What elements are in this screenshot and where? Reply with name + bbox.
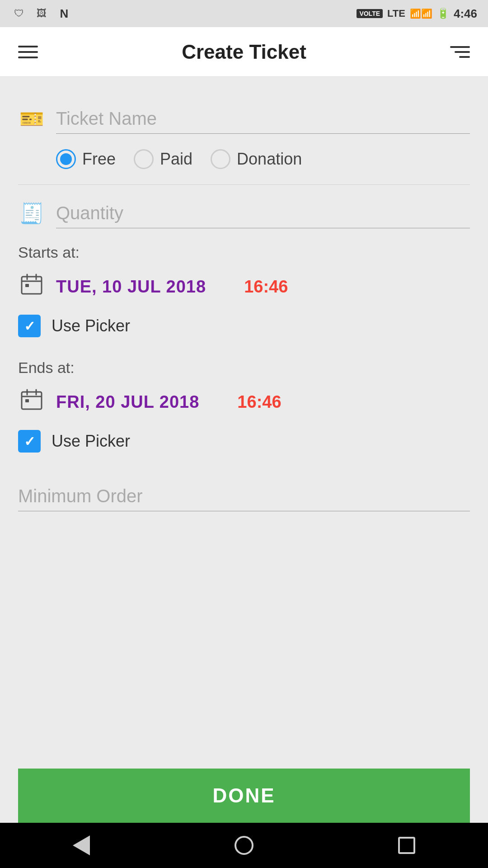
home-icon [235, 836, 253, 855]
svg-rect-0 [22, 277, 42, 294]
radio-paid-circle [134, 149, 154, 169]
radio-free-label: Free [82, 150, 116, 169]
divider-1 [18, 184, 470, 185]
start-use-picker-checkbox[interactable]: ✓ [18, 315, 41, 337]
end-time-text: 16:46 [237, 392, 281, 412]
image-icon: 🖼 [33, 5, 50, 22]
radio-free-circle [56, 149, 76, 169]
back-button[interactable] [63, 827, 99, 863]
end-checkmark-icon: ✓ [24, 434, 35, 449]
ticket-type-radio-group: Free Paid Donation [18, 138, 470, 180]
recents-icon [398, 837, 415, 854]
volte-badge: VOLTE [357, 9, 383, 18]
home-button[interactable] [226, 827, 262, 863]
quantity-row: 🧾 [18, 189, 470, 233]
status-left-icons: 🛡 🖼 N [11, 5, 72, 22]
shield-icon: 🛡 [11, 5, 27, 22]
page-title: Create Ticket [182, 41, 306, 63]
done-button[interactable]: DONE [18, 769, 470, 823]
filter-button[interactable] [450, 46, 470, 58]
radio-donation[interactable]: Donation [211, 149, 302, 169]
clock: 4:46 [454, 7, 477, 21]
ends-at-label: Ends at: [18, 348, 470, 381]
ticket-name-row: 🎫 [18, 95, 470, 138]
status-right: VOLTE LTE 📶📶 🔋 4:46 [357, 7, 477, 21]
start-time-text: 16:46 [244, 277, 288, 297]
svg-rect-5 [22, 392, 42, 409]
main-content: 🎫 Free Paid Donation 🧾 Starts at: [0, 77, 488, 823]
start-date-row: TUE, 10 JUL 2018 16:46 [18, 266, 470, 307]
radio-paid-label: Paid [160, 150, 192, 169]
battery-icon: 🔋 [437, 8, 449, 19]
end-use-picker-label: Use Picker [52, 432, 130, 451]
radio-paid[interactable]: Paid [134, 149, 192, 169]
status-bar: 🛡 🖼 N VOLTE LTE 📶📶 🔋 4:46 [0, 0, 488, 27]
quantity-icon: 🧾 [18, 202, 45, 225]
min-order-input[interactable] [18, 481, 470, 511]
back-icon [73, 835, 90, 855]
ticket-name-input[interactable] [56, 104, 470, 134]
svg-rect-9 [25, 399, 29, 402]
radio-donation-circle [211, 149, 230, 169]
start-use-picker-label: Use Picker [52, 316, 130, 335]
signal-icons: 📶📶 [410, 8, 432, 19]
quantity-input[interactable] [56, 198, 470, 228]
end-use-picker-row: ✓ Use Picker [18, 423, 470, 463]
end-date-row: FRI, 20 JUL 2018 16:46 [18, 381, 470, 423]
n-icon: N [56, 5, 72, 22]
ticket-icon: 🎫 [18, 107, 45, 131]
end-calendar-icon [18, 388, 45, 415]
end-date-text: FRI, 20 JUL 2018 [56, 392, 199, 412]
start-calendar-icon [18, 273, 45, 300]
radio-free-inner [60, 153, 72, 165]
radio-free[interactable]: Free [56, 149, 116, 169]
app-bar: Create Ticket [0, 27, 488, 77]
starts-at-label: Starts at: [18, 233, 470, 266]
start-date-text: TUE, 10 JUL 2018 [56, 277, 206, 297]
recents-button[interactable] [389, 827, 425, 863]
min-order-section [18, 463, 470, 511]
svg-rect-4 [25, 284, 29, 287]
start-use-picker-row: ✓ Use Picker [18, 307, 470, 348]
end-use-picker-checkbox[interactable]: ✓ [18, 430, 41, 453]
lte-indicator: LTE [387, 8, 405, 19]
bottom-nav [0, 823, 488, 868]
menu-button[interactable] [18, 46, 38, 58]
radio-donation-label: Donation [237, 150, 302, 169]
start-checkmark-icon: ✓ [24, 318, 35, 334]
